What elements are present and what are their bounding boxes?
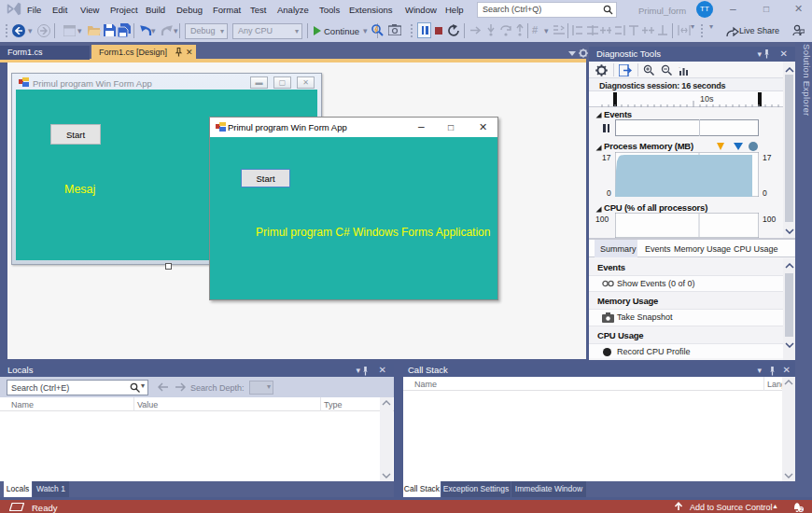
svg-text:·: · — [679, 64, 680, 70]
